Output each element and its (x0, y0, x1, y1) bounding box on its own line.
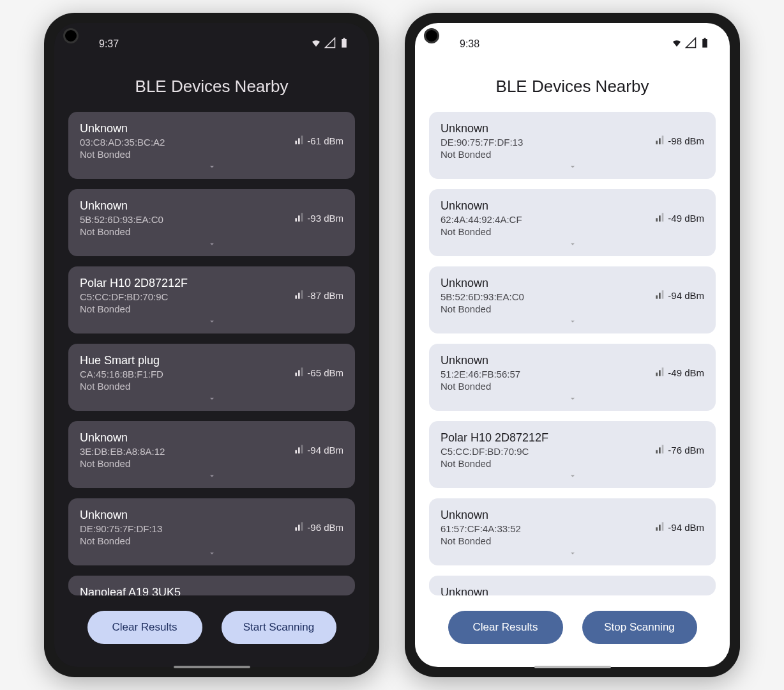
device-card[interactable]: UnknownDE:90:75:7F:DF:13Not Bonded-98 dB… (429, 112, 716, 179)
device-rssi: -94 dBm (655, 289, 704, 302)
svg-rect-24 (656, 218, 658, 221)
camera-cutout (424, 28, 439, 43)
chevron-down-icon[interactable] (80, 549, 343, 560)
svg-rect-9 (296, 372, 298, 376)
device-name: Unknown (80, 199, 163, 213)
page-title: BLE Devices Nearby (54, 57, 369, 112)
cellular-icon (685, 37, 697, 51)
device-bond-status: Not Bonded (80, 303, 188, 314)
device-rssi: -76 dBm (655, 444, 704, 456)
device-card[interactable]: Unknown62:4A:44:92:4A:CFNot Bonded-49 dB… (429, 189, 716, 256)
svg-rect-17 (301, 522, 303, 530)
signal-icon (655, 212, 665, 224)
device-rssi: -93 dBm (294, 212, 343, 224)
clear-results-button[interactable]: Clear Results (448, 611, 563, 644)
signal-icon (294, 212, 305, 224)
svg-rect-4 (298, 215, 300, 221)
device-bond-status: Not Bonded (441, 226, 522, 237)
status-bar: 9:37 (54, 23, 369, 57)
signal-icon (655, 135, 665, 147)
device-card[interactable]: Unknown03:C8:AD:35:BC:A2Not Bonded-61 dB… (68, 112, 355, 179)
svg-rect-15 (296, 527, 298, 530)
device-rssi: -94 dBm (294, 444, 343, 456)
rssi-value: -65 dBm (307, 367, 343, 378)
svg-rect-33 (656, 450, 658, 453)
svg-rect-10 (298, 370, 300, 376)
svg-rect-21 (656, 141, 658, 144)
device-name: Unknown (441, 199, 522, 213)
rssi-value: -93 dBm (307, 213, 343, 224)
device-name: Unknown (441, 509, 521, 522)
device-card[interactable]: Unknown5B:52:6D:93:EA:C0Not Bonded-93 dB… (68, 189, 355, 256)
device-bond-status: Not Bonded (441, 303, 524, 314)
device-list[interactable]: UnknownDE:90:75:7F:DF:13Not Bonded-98 dB… (415, 112, 730, 595)
svg-rect-28 (659, 293, 661, 298)
device-rssi: -49 dBm (655, 212, 704, 224)
device-name: Nanoleaf A19 3UK5 (80, 586, 181, 595)
svg-rect-22 (659, 138, 661, 144)
chevron-down-icon[interactable] (80, 317, 343, 328)
chevron-down-icon[interactable] (80, 240, 343, 251)
device-card[interactable]: Unknown (429, 576, 716, 595)
svg-rect-8 (301, 290, 303, 298)
svg-rect-29 (662, 290, 664, 298)
device-card[interactable]: Hue Smart plugCA:45:16:8B:F1:FDNot Bonde… (68, 344, 355, 411)
device-card[interactable]: UnknownDE:90:75:7F:DF:13Not Bonded-96 dB… (68, 498, 355, 565)
clear-results-button[interactable]: Clear Results (87, 611, 202, 644)
chevron-down-icon[interactable] (80, 162, 343, 174)
stop-scanning-button[interactable]: Stop Scanning (582, 611, 697, 644)
signal-icon (294, 444, 305, 456)
chevron-down-icon[interactable] (80, 394, 343, 406)
chevron-down-icon[interactable] (441, 394, 704, 406)
start-scanning-button[interactable]: Start Scanning (222, 611, 336, 644)
device-list[interactable]: Unknown03:C8:AD:35:BC:A2Not Bonded-61 dB… (54, 112, 369, 595)
cellular-icon (324, 37, 336, 51)
device-bond-status: Not Bonded (80, 381, 163, 392)
svg-rect-35 (662, 445, 664, 453)
device-mac: 3E:DB:EB:A8:8A:12 (80, 446, 165, 457)
device-card[interactable]: Unknown5B:52:6D:93:EA:C0Not Bonded-94 dB… (429, 266, 716, 334)
svg-rect-32 (662, 367, 664, 376)
device-name: Unknown (441, 122, 523, 135)
device-name: Unknown (441, 586, 488, 595)
device-bond-status: Not Bonded (441, 458, 548, 469)
chevron-down-icon[interactable] (441, 549, 704, 560)
device-bond-status: Not Bonded (80, 535, 162, 546)
chevron-down-icon[interactable] (80, 471, 343, 483)
phone-mockup-dark: 9:37 BLE Devices Nearby Unknown03:C8:AD:… (44, 13, 379, 677)
status-time: 9:38 (460, 38, 479, 50)
chevron-down-icon[interactable] (441, 240, 704, 251)
rssi-value: -94 dBm (668, 290, 704, 301)
screen: 9:37 BLE Devices Nearby Unknown03:C8:AD:… (54, 23, 369, 667)
svg-rect-23 (662, 135, 664, 144)
device-mac: 51:2E:46:FB:56:57 (441, 369, 520, 379)
chevron-down-icon[interactable] (441, 162, 704, 174)
device-bond-status: Not Bonded (80, 458, 165, 469)
device-name: Unknown (441, 354, 520, 367)
device-rssi: -98 dBm (655, 135, 704, 147)
svg-rect-3 (296, 218, 298, 221)
svg-rect-6 (296, 295, 298, 298)
device-card[interactable]: Polar H10 2D87212FC5:CC:DF:BD:70:9CNot B… (429, 421, 716, 488)
rssi-value: -49 dBm (668, 367, 704, 378)
svg-rect-25 (659, 215, 661, 221)
device-card[interactable]: Unknown3E:DB:EB:A8:8A:12Not Bonded-94 dB… (68, 421, 355, 488)
svg-rect-38 (662, 522, 664, 530)
chevron-down-icon[interactable] (441, 317, 704, 328)
svg-rect-5 (301, 213, 303, 221)
chevron-down-icon[interactable] (441, 471, 704, 483)
device-card[interactable]: Unknown51:2E:46:FB:56:57Not Bonded-49 dB… (429, 344, 716, 411)
device-card[interactable]: Polar H10 2D87212FC5:CC:DF:BD:70:9CNot B… (68, 266, 355, 334)
wifi-icon (671, 37, 682, 51)
rssi-value: -61 dBm (307, 135, 343, 146)
signal-icon (655, 444, 665, 456)
device-card[interactable]: Nanoleaf A19 3UK5 (68, 576, 355, 595)
device-mac: CA:45:16:8B:F1:FD (80, 369, 163, 379)
device-mac: C5:CC:DF:BD:70:9C (80, 291, 188, 302)
device-rssi: -96 dBm (294, 521, 343, 533)
device-rssi: -87 dBm (294, 289, 343, 302)
device-card[interactable]: Unknown61:57:CF:4A:33:52Not Bonded-94 dB… (429, 498, 716, 565)
rssi-value: -87 dBm (307, 290, 343, 301)
device-bond-status: Not Bonded (80, 149, 165, 160)
battery-icon (338, 37, 350, 51)
